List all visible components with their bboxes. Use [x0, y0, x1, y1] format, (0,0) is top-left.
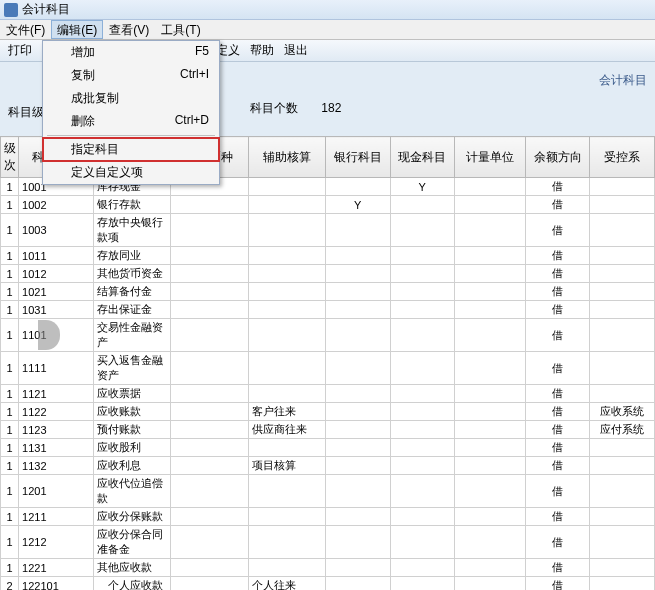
table-row[interactable]: 11021结算备付金借	[1, 283, 655, 301]
data-grid: 级次科目编码科目名称外币币种辅助核算银行科目现金科目计量单位余额方向受控系 11…	[0, 136, 655, 590]
filter-level-label: 科目级	[8, 100, 44, 121]
table-row[interactable]: 11012其他货币资金借	[1, 265, 655, 283]
col-7[interactable]: 计量单位	[455, 137, 526, 178]
table-row[interactable]: 11002银行存款Y借	[1, 196, 655, 214]
page-title: 会计科目	[599, 73, 647, 87]
col-5[interactable]: 银行科目	[326, 137, 390, 178]
col-4[interactable]: 辅助核算	[248, 137, 325, 178]
table-row[interactable]: 11111买入返售金融资产借	[1, 352, 655, 385]
table-row[interactable]: 11221其他应收款借	[1, 559, 655, 577]
menu-2[interactable]: 查看(V)	[103, 20, 155, 39]
menu-item-3[interactable]: 删除Ctrl+D	[43, 110, 219, 133]
table-row[interactable]: 11031存出保证金借	[1, 301, 655, 319]
menu-0[interactable]: 文件(F)	[0, 20, 51, 39]
toolbar-3[interactable]: 帮助	[246, 42, 278, 59]
col-9[interactable]: 受控系	[590, 137, 655, 178]
table-row[interactable]: 2122101 个人应收款个人往来借	[1, 577, 655, 591]
menu-1[interactable]: 编辑(E)	[51, 20, 103, 39]
toolbar-4[interactable]: 退出	[280, 42, 312, 59]
count-label: 科目个数	[250, 101, 298, 115]
table-row[interactable]: 11131应收股利借	[1, 439, 655, 457]
table-row[interactable]: 11121应收票据借	[1, 385, 655, 403]
title-bar: 会计科目	[0, 0, 655, 20]
table-row[interactable]: 11122应收账款客户往来借应收系统	[1, 403, 655, 421]
col-0[interactable]: 级次	[1, 137, 19, 178]
table-row[interactable]: 11211应收分保账款借	[1, 508, 655, 526]
count-value: 182	[321, 101, 341, 115]
menu-item-0[interactable]: 增加F5	[43, 41, 219, 64]
toolbar-0[interactable]: 打印	[4, 42, 36, 59]
col-8[interactable]: 余额方向	[525, 137, 589, 178]
app-icon	[4, 3, 18, 17]
table-row[interactable]: 11212应收分保合同准备金借	[1, 526, 655, 559]
menu-item-2[interactable]: 成批复制	[43, 87, 219, 110]
menu-item-5[interactable]: 定义自定义项	[43, 161, 219, 184]
menu-3[interactable]: 工具(T)	[155, 20, 206, 39]
menu-item-4[interactable]: 指定科目	[43, 138, 219, 161]
table-row[interactable]: 11201应收代位追偿款借	[1, 475, 655, 508]
menu-item-1[interactable]: 复制Ctrl+I	[43, 64, 219, 87]
table-row[interactable]: 11011存放同业借	[1, 247, 655, 265]
menu-bar: 文件(F)编辑(E)查看(V)工具(T)	[0, 20, 655, 40]
col-6[interactable]: 现金科目	[390, 137, 454, 178]
edit-menu-dropdown: 增加F5复制Ctrl+I成批复制删除Ctrl+D指定科目定义自定义项	[42, 40, 220, 185]
table-row[interactable]: 11003存放中央银行款项借	[1, 214, 655, 247]
table-row[interactable]: 11123预付账款供应商往来借应付系统	[1, 421, 655, 439]
table-row[interactable]: 11132应收利息项目核算借	[1, 457, 655, 475]
window-title: 会计科目	[22, 1, 70, 18]
table-row[interactable]: 11101交易性金融资产借	[1, 319, 655, 352]
account-count: 科目个数 182	[250, 100, 341, 117]
